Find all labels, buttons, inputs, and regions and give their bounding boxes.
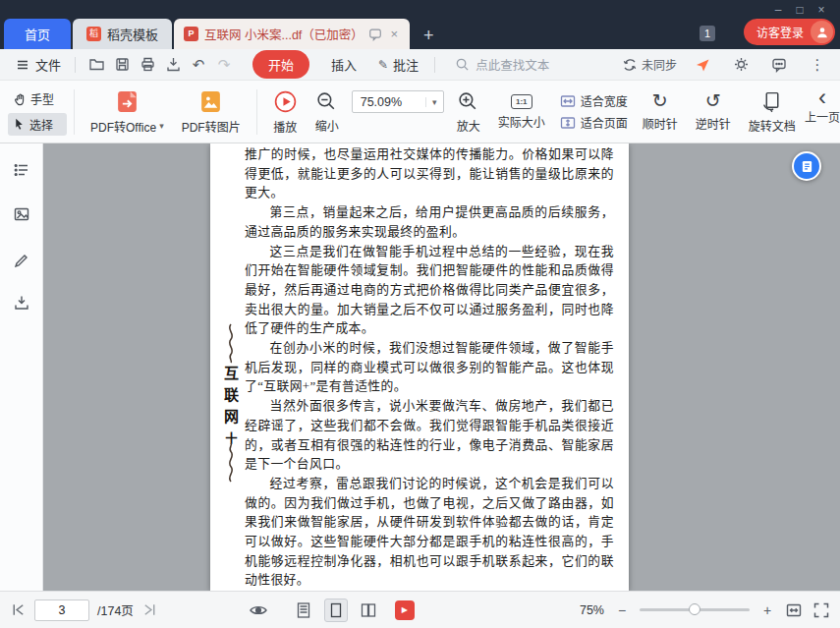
save-button[interactable] xyxy=(109,53,135,77)
previous-page-icon[interactable] xyxy=(10,601,27,618)
export-button[interactable] xyxy=(160,53,186,77)
avatar xyxy=(811,21,833,43)
login-button[interactable]: 访客登录 xyxy=(744,19,835,45)
tab-docer-label: 稻壳模板 xyxy=(107,25,158,43)
paragraph: 这三点是我们在做智能手机过程中总结的一些经验，现在我们开始在智能硬件领域复制。我… xyxy=(245,243,614,340)
zoom-slider[interactable] xyxy=(640,608,750,611)
tab-comment-icon[interactable] xyxy=(368,28,382,41)
print-button[interactable] xyxy=(135,53,160,77)
attachments-panel-button[interactable] xyxy=(9,290,34,315)
settings-button[interactable] xyxy=(728,53,754,77)
pdf-page[interactable]: 互联网＋ 推广的时候，也尽量运用社交媒体的传播能力。价格如果可以降得更低，就能让… xyxy=(210,143,629,591)
ribbon-prev-page-label: 上一页 xyxy=(805,108,840,125)
pdf-to-office-button[interactable]: PDF转Office ▾ xyxy=(82,86,173,138)
minimize-button[interactable]: – xyxy=(767,2,789,20)
zoom-in-button-status[interactable]: + xyxy=(759,602,775,618)
more-menu-button[interactable]: ⋮ xyxy=(805,53,830,77)
play-label: 播放 xyxy=(273,118,297,135)
tab-insert[interactable]: 插入 xyxy=(331,55,357,74)
pdf-to-office-icon xyxy=(115,89,140,114)
tab-docer-templates[interactable]: 稻 稻壳模板 xyxy=(73,19,172,49)
zoom-percent-label: 75% xyxy=(580,603,604,617)
fullscreen-icon[interactable] xyxy=(812,601,830,619)
annotations-panel-button[interactable] xyxy=(9,246,34,271)
search-icon xyxy=(455,57,470,72)
pdf-to-image-icon xyxy=(198,89,223,114)
maximize-button[interactable]: □ xyxy=(789,2,811,20)
window-controls: – □ × xyxy=(767,2,832,20)
select-tool-label: 选择 xyxy=(29,116,53,133)
fit-page-label: 适合页面 xyxy=(581,114,628,131)
paragraph: 推广的时候，也尽量运用社交媒体的传播能力。价格如果可以降得更低，就能让更多的人可… xyxy=(245,145,614,203)
find-text[interactable]: 点此查找文本 xyxy=(455,55,549,74)
zoom-slider-handle[interactable] xyxy=(689,603,700,615)
assistant-doc-icon xyxy=(801,160,813,173)
ribbon: 手型 选择 PDF转Office ▾ PDF转图片 播放 缩小 xyxy=(0,81,840,143)
next-page-icon[interactable] xyxy=(141,601,158,618)
rotate-clockwise-button[interactable]: ↻ 顺时针 xyxy=(634,88,687,135)
assistant-float-button[interactable] xyxy=(792,151,821,181)
fit-page-button[interactable]: 适合页面 xyxy=(560,114,628,131)
continuous-view-button[interactable] xyxy=(292,599,315,622)
tab-annotate[interactable]: ✎ 批注 xyxy=(378,55,419,74)
zoom-out-button-status[interactable]: − xyxy=(614,602,630,618)
new-tab-button[interactable]: + xyxy=(423,27,434,44)
undo-button[interactable]: ↶ xyxy=(186,53,211,77)
chevron-down-icon[interactable]: ▾ xyxy=(425,97,443,107)
redo-button[interactable]: ↷ xyxy=(211,53,237,77)
thumbnails-panel-button[interactable] xyxy=(9,201,34,227)
docer-icon: 稻 xyxy=(86,27,101,41)
zoom-controls: 75% − + xyxy=(580,601,830,619)
cursor-icon xyxy=(13,118,26,131)
margin-vertical-label: 互联网＋ xyxy=(220,366,241,452)
open-button[interactable] xyxy=(84,53,109,77)
sync-icon xyxy=(622,57,638,73)
zoom-out-button[interactable]: 缩小 xyxy=(307,87,348,137)
pencil-icon: ✎ xyxy=(378,58,388,72)
feedback-button[interactable] xyxy=(766,53,792,77)
sync-status[interactable]: 未同步 xyxy=(622,53,677,77)
printer-icon xyxy=(140,56,156,73)
login-label: 访客登录 xyxy=(756,24,804,40)
facing-pages-view-button[interactable] xyxy=(357,599,380,622)
hand-tool-label: 手型 xyxy=(30,90,54,107)
single-page-view-button[interactable] xyxy=(324,599,348,622)
rotate-clockwise-icon: ↻ xyxy=(652,91,668,111)
fit-window-icon[interactable] xyxy=(785,601,803,619)
tab-count-badge[interactable]: 1 xyxy=(700,26,715,41)
rotate-counterclockwise-button[interactable]: ↺ 逆时针 xyxy=(687,88,740,135)
document-viewport[interactable]: 互联网＋ 推广的时候，也尽量运用社交媒体的传播能力。价格如果可以降得更低，就能让… xyxy=(43,143,840,591)
actual-size-button[interactable]: 1:1 实际大小 xyxy=(489,91,554,133)
file-menu[interactable]: 文件 xyxy=(10,51,67,78)
fullscreen-play-button[interactable]: ▶ xyxy=(395,600,415,620)
select-tool-button[interactable]: 选择 xyxy=(8,113,67,136)
tab-document[interactable]: P 互联网 小米案...df（已加密） × xyxy=(174,19,410,49)
paragraph: 经过考察，雷总跟我们讨论的时候说，这个机会是我们可以做的。因为我们做过手机，也做… xyxy=(245,475,614,591)
rotate-counterclockwise-icon: ↺ xyxy=(705,91,721,111)
outline-panel-button[interactable] xyxy=(9,157,34,183)
hand-tool-button[interactable]: 手型 xyxy=(8,87,67,110)
menubar: 文件 ↶ ↷ 开始 插入 ✎ 批注 点此查找文本 未同 xyxy=(0,49,840,81)
tab-start[interactable]: 开始 xyxy=(252,50,309,79)
pdf-to-image-label: PDF转图片 xyxy=(182,118,241,135)
ribbon-prev-page-button[interactable]: ‹ 上一页 xyxy=(795,86,840,125)
zoom-level-value: 75.09% xyxy=(353,95,425,109)
fit-width-button[interactable]: 适合宽度 xyxy=(560,92,628,109)
zoom-in-button[interactable]: 放大 xyxy=(448,87,489,137)
pdf-icon: P xyxy=(184,27,198,41)
eye-protection-icon[interactable] xyxy=(249,600,268,620)
share-button[interactable] xyxy=(690,53,715,77)
page-number-input[interactable]: 3 xyxy=(34,599,89,621)
facing-pages-view-icon xyxy=(360,601,377,619)
zoom-level-select[interactable]: 75.09% ▾ xyxy=(352,90,444,113)
left-panel-rail xyxy=(0,143,43,591)
tab-home[interactable]: 首页 xyxy=(4,19,71,49)
play-button[interactable]: 播放 xyxy=(264,86,307,138)
single-page-view-icon xyxy=(327,601,345,619)
divider xyxy=(256,89,257,135)
pdf-to-image-button[interactable]: PDF转图片 xyxy=(173,86,250,138)
tab-close-icon[interactable]: × xyxy=(388,27,400,41)
continuous-view-icon xyxy=(295,601,312,619)
close-button[interactable]: × xyxy=(811,2,832,20)
actual-size-icon: 1:1 xyxy=(511,94,532,109)
